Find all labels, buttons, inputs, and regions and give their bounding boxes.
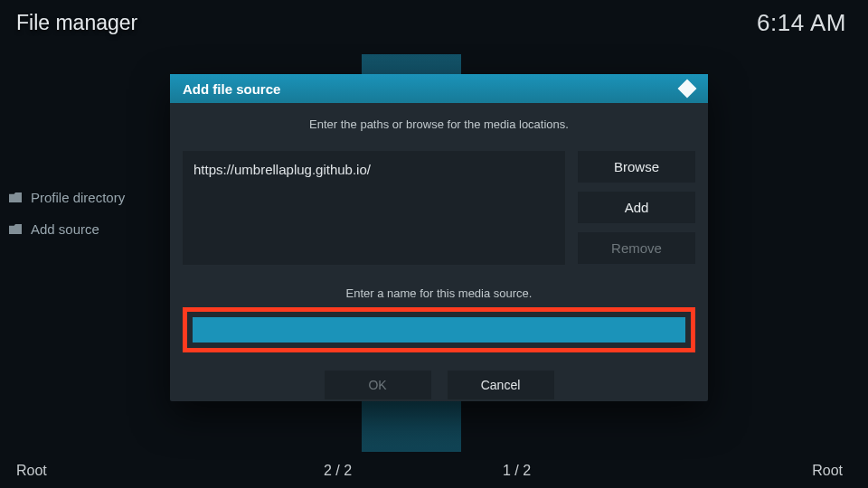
sidebar-item-label: Add source: [31, 221, 99, 237]
dialog-middle: Browse Add Remove: [183, 151, 695, 265]
folder-icon: [9, 224, 22, 234]
page-title: File manager: [16, 11, 137, 35]
remove-button: Remove: [578, 232, 695, 264]
cancel-button[interactable]: Cancel: [448, 371, 554, 399]
path-list[interactable]: [183, 151, 565, 265]
top-bar: File manager 6:14 AM: [0, 0, 868, 45]
kodi-icon: [675, 78, 699, 99]
path-button-column: Browse Add Remove: [578, 151, 695, 265]
sidebar-item-profile-directory[interactable]: Profile directory: [9, 190, 125, 205]
source-name-input[interactable]: [193, 317, 685, 343]
dialog-footer: OK Cancel: [170, 371, 708, 399]
right-count: 1 / 2: [503, 463, 531, 479]
left-root-label: Root: [16, 463, 47, 479]
dialog-title: Add file source: [183, 81, 280, 97]
bottom-bar: Root 2 / 2 1 / 2 Root: [0, 454, 868, 488]
sidebar-item-label: Profile directory: [31, 190, 125, 205]
add-button[interactable]: Add: [578, 192, 695, 223]
sidebar-item-add-source[interactable]: Add source: [9, 221, 125, 237]
name-instruction: Enter a name for this media source.: [170, 286, 708, 300]
folder-icon: [9, 192, 22, 202]
left-count: 2 / 2: [324, 463, 352, 479]
highlighted-name-field: [183, 307, 695, 352]
ok-button[interactable]: OK: [325, 371, 431, 399]
sidebar: Profile directory Add source: [9, 190, 125, 237]
dialog-header: Add file source: [170, 74, 708, 103]
clock: 6:14 AM: [757, 9, 846, 37]
right-root-label: Root: [812, 463, 843, 479]
path-input[interactable]: [193, 162, 554, 177]
add-file-source-dialog: Add file source Enter the paths or brows…: [170, 74, 708, 401]
browse-button[interactable]: Browse: [578, 151, 695, 183]
dialog-instruction: Enter the paths or browse for the media …: [170, 117, 708, 131]
